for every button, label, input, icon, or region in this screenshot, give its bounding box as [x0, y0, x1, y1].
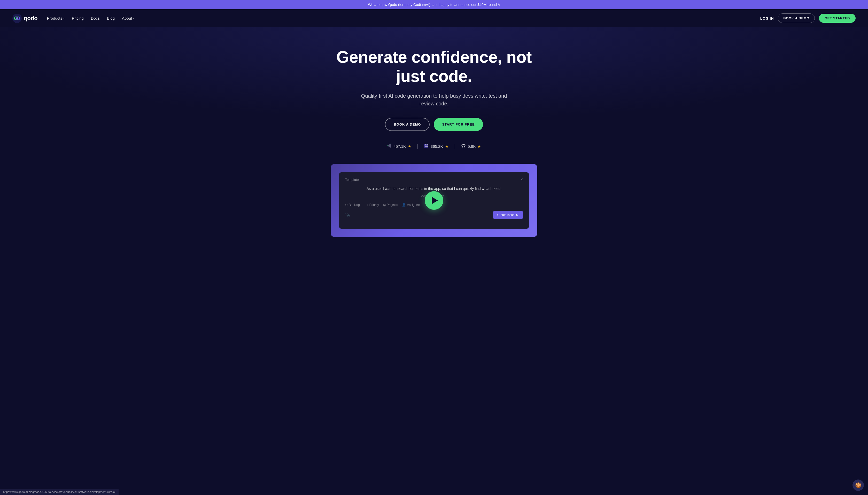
stat-jetbrains: 365.2K ★	[424, 143, 449, 149]
hero-headline: Generate confidence, not just code.	[323, 48, 545, 86]
svg-rect-6	[427, 144, 428, 146]
nav-pricing-link[interactable]: Pricing	[72, 16, 84, 20]
nav-left: qodo Products ▾ Pricing Docs	[12, 14, 134, 23]
announcement-bar: We are now Qodo (formerly CodiumAI), and…	[0, 0, 868, 9]
tag-projects[interactable]: ◎ Projects	[383, 203, 398, 207]
nav-right: LOG IN BOOK A DEMO GET STARTED	[760, 14, 856, 23]
backlog-icon: ⊙	[345, 203, 348, 207]
main-nav: qodo Products ▾ Pricing Docs	[0, 9, 868, 27]
vscode-count: 457.1K	[394, 144, 406, 149]
nav-links: Products ▾ Pricing Docs Blog	[47, 16, 134, 20]
svg-rect-5	[425, 144, 426, 146]
svg-rect-7	[425, 146, 428, 148]
create-issue-button[interactable]: Create issue ➤	[493, 211, 523, 219]
hero-section: Generate confidence, not just code. Qual…	[0, 27, 868, 248]
play-button[interactable]	[425, 191, 443, 210]
nav-item-products[interactable]: Products ▾	[47, 16, 65, 20]
book-demo-button-nav[interactable]: BOOK A DEMO	[778, 14, 815, 23]
nav-docs-link[interactable]: Docs	[91, 16, 100, 20]
github-star: ★	[478, 144, 481, 149]
mockup-header: Template ×	[345, 177, 523, 182]
vscode-icon	[387, 143, 392, 149]
arrow-icon: ➤	[516, 213, 519, 217]
jetbrains-count: 365.2K	[431, 144, 443, 149]
stat-divider-1	[417, 144, 418, 149]
jetbrains-star: ★	[445, 144, 449, 149]
mockup-footer: 📎 Create issue ➤	[345, 211, 523, 219]
github-count: 5.8K	[468, 144, 476, 149]
chevron-down-icon-about: ▾	[133, 17, 134, 20]
announcement-text: We are now Qodo (formerly CodiumAI), and…	[368, 3, 500, 7]
login-button[interactable]: LOG IN	[760, 16, 774, 20]
assignee-icon: 👤	[402, 203, 406, 207]
logo-icon	[12, 14, 22, 23]
mockup-title: Template	[345, 178, 359, 182]
svg-point-3	[16, 18, 18, 19]
nav-item-docs[interactable]: Docs	[91, 16, 100, 20]
jetbrains-icon	[424, 143, 429, 149]
nav-item-pricing[interactable]: Pricing	[72, 16, 84, 20]
nav-blog-link[interactable]: Blog	[107, 16, 115, 20]
github-icon	[461, 143, 466, 149]
logo-text: qodo	[24, 15, 38, 22]
nav-products-link[interactable]: Products ▾	[47, 16, 65, 20]
vscode-star: ★	[408, 144, 411, 149]
mockup-close-button[interactable]: ×	[521, 177, 523, 182]
nav-about-link[interactable]: About ▾	[122, 16, 134, 20]
tag-assignee[interactable]: 👤 Assignee	[402, 203, 419, 207]
hero-buttons: BOOK A DEMO START FOR FREE	[385, 118, 483, 131]
projects-icon: ◎	[383, 203, 386, 207]
stat-divider-2	[455, 144, 455, 149]
stat-github: 5.8K ★	[461, 143, 481, 149]
priority-icon: ⟶	[364, 203, 368, 207]
hero-subheadline: Quality-first AI code generation to help…	[357, 92, 511, 107]
chevron-down-icon: ▾	[63, 17, 65, 20]
nav-item-blog[interactable]: Blog	[107, 16, 115, 20]
stats-row: 457.1K ★ 365.2K ★	[387, 143, 481, 149]
play-arrow-icon	[432, 197, 438, 204]
nav-item-about[interactable]: About ▾	[122, 16, 134, 20]
get-started-button[interactable]: GET STARTED	[819, 14, 856, 23]
app-mockup: Template × As a user I want to search fo…	[339, 172, 529, 229]
stat-vscode: 457.1K ★	[387, 143, 412, 149]
book-demo-button-hero[interactable]: BOOK A DEMO	[385, 118, 430, 131]
tag-priority[interactable]: ⟶ Priority	[364, 203, 379, 207]
tag-backlog[interactable]: ⊙ Backlog	[345, 203, 360, 207]
attach-icon[interactable]: 📎	[345, 212, 350, 218]
mockup-main-text: As a user I want to search for items in …	[345, 186, 523, 191]
logo-link[interactable]: qodo	[12, 14, 38, 23]
start-free-button[interactable]: START FOR FREE	[434, 118, 483, 131]
preview-container: Template × As a user I want to search fo…	[331, 164, 537, 237]
